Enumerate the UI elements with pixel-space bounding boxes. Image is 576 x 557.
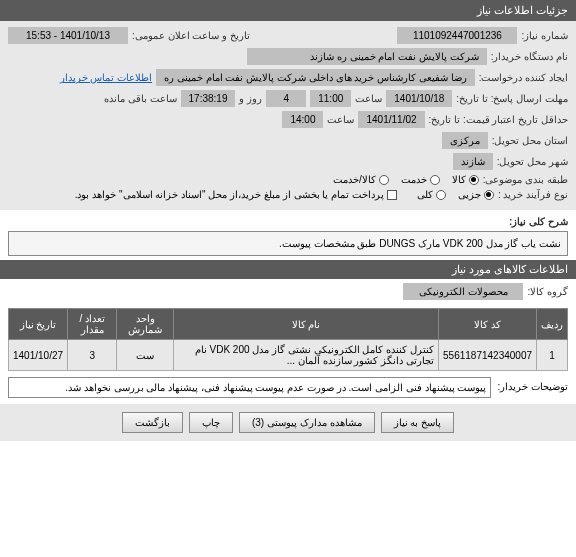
need-no-value: 1101092447001236 bbox=[397, 27, 517, 44]
th-qty: تعداد / مقدار bbox=[68, 309, 117, 340]
city-value: شازند bbox=[453, 153, 493, 170]
group-value: محصولات الکترونیکی bbox=[403, 283, 523, 300]
items-section-label: اطلاعات کالاهای مورد نیاز bbox=[452, 263, 568, 275]
radio-goods-label: کالا bbox=[452, 174, 466, 185]
page-header: جزئیات اطلاعات نیاز bbox=[0, 0, 576, 21]
form-area: شماره نیاز: 1101092447001236 تاریخ و ساع… bbox=[0, 21, 576, 210]
countdown: 17:38:19 bbox=[181, 90, 236, 107]
items-table: ردیف کد کالا نام کالا واحد شمارش تعداد /… bbox=[8, 308, 568, 371]
countdown-label: ساعت باقی مانده bbox=[104, 93, 177, 104]
back-button[interactable]: بازگشت bbox=[122, 412, 183, 433]
radio-service[interactable]: خدمت bbox=[401, 174, 440, 185]
category-group: کالا خدمت کالا/خدمت bbox=[333, 174, 479, 185]
table-row[interactable]: 1 5561187142340007 کنترل کننده کامل الکت… bbox=[9, 340, 568, 371]
process-label: نوع فرآیند خرید : bbox=[498, 189, 568, 200]
print-button[interactable]: چاپ bbox=[189, 412, 233, 433]
page-title: جزئیات اطلاعات نیاز bbox=[477, 4, 568, 16]
summary-label: شرح کلی نیاز: bbox=[509, 216, 568, 227]
time-label-1: ساعت bbox=[355, 93, 382, 104]
group-label: گروه کالا: bbox=[527, 286, 568, 297]
radio-dot-icon bbox=[484, 190, 494, 200]
th-unit: واحد شمارش bbox=[117, 309, 173, 340]
checkbox-icon bbox=[387, 190, 397, 200]
radio-full[interactable]: کلی bbox=[417, 189, 446, 200]
th-date: تاریخ نیاز bbox=[9, 309, 68, 340]
summary-box: نشت یاب گاز مدل VDK 200 مارک DUNGS طبق م… bbox=[8, 231, 568, 256]
cell-name: کنترل کننده کامل الکترونیکی نشتی گاز مدل… bbox=[173, 340, 438, 371]
payment-check[interactable]: پرداخت تمام یا بخشی از مبلغ خرید،از محل … bbox=[75, 189, 397, 200]
deadline-time: 11:00 bbox=[310, 90, 351, 107]
items-section-title: اطلاعات کالاهای مورد نیاز bbox=[0, 260, 576, 279]
radio-goods-service-label: کالا/خدمت bbox=[333, 174, 376, 185]
cell-qty: 3 bbox=[68, 340, 117, 371]
th-name: نام کالا bbox=[173, 309, 438, 340]
buyer-note-text: پیوست پیشنهاد فنی الزامی است. در صورت عد… bbox=[65, 382, 486, 393]
radio-goods[interactable]: کالا bbox=[452, 174, 479, 185]
cell-code: 5561187142340007 bbox=[439, 340, 537, 371]
th-row: ردیف bbox=[537, 309, 568, 340]
days-remaining: 4 bbox=[266, 90, 306, 107]
buyer-note-label: توضیحات خریدار: bbox=[497, 377, 568, 398]
creator-value: رضا شفیعی کارشناس خرید های داخلی شرکت پا… bbox=[156, 69, 475, 86]
buyer-org-label: نام دستگاه خریدار: bbox=[491, 51, 568, 62]
footer-buttons: پاسخ به نیاز مشاهده مدارک پیوستی (3) چاپ… bbox=[0, 404, 576, 441]
price-valid-time: 14:00 bbox=[282, 111, 323, 128]
summary-text: نشت یاب گاز مدل VDK 200 مارک DUNGS طبق م… bbox=[279, 238, 561, 249]
announce-value: 1401/10/13 - 15:53 bbox=[8, 27, 128, 44]
announce-label: تاریخ و ساعت اعلان عمومی: bbox=[132, 30, 250, 41]
province-label: استان محل تحویل: bbox=[492, 135, 568, 146]
radio-dot-icon bbox=[469, 175, 479, 185]
radio-full-label: کلی bbox=[417, 189, 433, 200]
cell-row: 1 bbox=[537, 340, 568, 371]
price-valid-label: حداقل تاریخ اعتبار قیمت: تا تاریخ: bbox=[429, 114, 568, 125]
radio-partial[interactable]: جزیی bbox=[458, 189, 494, 200]
buyer-note-row: توضیحات خریدار: پیوست پیشنهاد فنی الزامی… bbox=[8, 377, 568, 398]
deadline-date: 1401/10/18 bbox=[386, 90, 452, 107]
process-group: جزیی کلی bbox=[417, 189, 494, 200]
radio-dot-icon bbox=[430, 175, 440, 185]
cell-date: 1401/10/27 bbox=[9, 340, 68, 371]
radio-dot-icon bbox=[436, 190, 446, 200]
price-valid-date: 1401/11/02 bbox=[358, 111, 424, 128]
payment-note: پرداخت تمام یا بخشی از مبلغ خرید،از محل … bbox=[75, 189, 384, 200]
attachments-button[interactable]: مشاهده مدارک پیوستی (3) bbox=[239, 412, 375, 433]
category-label: طبقه بندی موضوعی: bbox=[483, 174, 568, 185]
radio-partial-label: جزیی bbox=[458, 189, 481, 200]
radio-goods-service[interactable]: کالا/خدمت bbox=[333, 174, 389, 185]
radio-dot-icon bbox=[379, 175, 389, 185]
contact-link[interactable]: اطلاعات تماس خریدار bbox=[60, 72, 153, 83]
city-label: شهر محل تحویل: bbox=[497, 156, 568, 167]
buyer-org-value: شرکت پالایش نفت امام خمینی ره شازند bbox=[247, 48, 487, 65]
radio-service-label: خدمت bbox=[401, 174, 427, 185]
buyer-note-box: پیوست پیشنهاد فنی الزامی است. در صورت عد… bbox=[8, 377, 491, 398]
table-header-row: ردیف کد کالا نام کالا واحد شمارش تعداد /… bbox=[9, 309, 568, 340]
province-value: مرکزی bbox=[442, 132, 488, 149]
deadline-label: مهلت ارسال پاسخ: تا تاریخ: bbox=[456, 93, 568, 104]
creator-label: ایجاد کننده درخواست: bbox=[479, 72, 568, 83]
time-label-2: ساعت bbox=[327, 114, 354, 125]
reply-button[interactable]: پاسخ به نیاز bbox=[381, 412, 455, 433]
cell-unit: ست bbox=[117, 340, 173, 371]
days-label: روز و bbox=[239, 93, 262, 104]
th-code: کد کالا bbox=[439, 309, 537, 340]
need-no-label: شماره نیاز: bbox=[521, 30, 568, 41]
